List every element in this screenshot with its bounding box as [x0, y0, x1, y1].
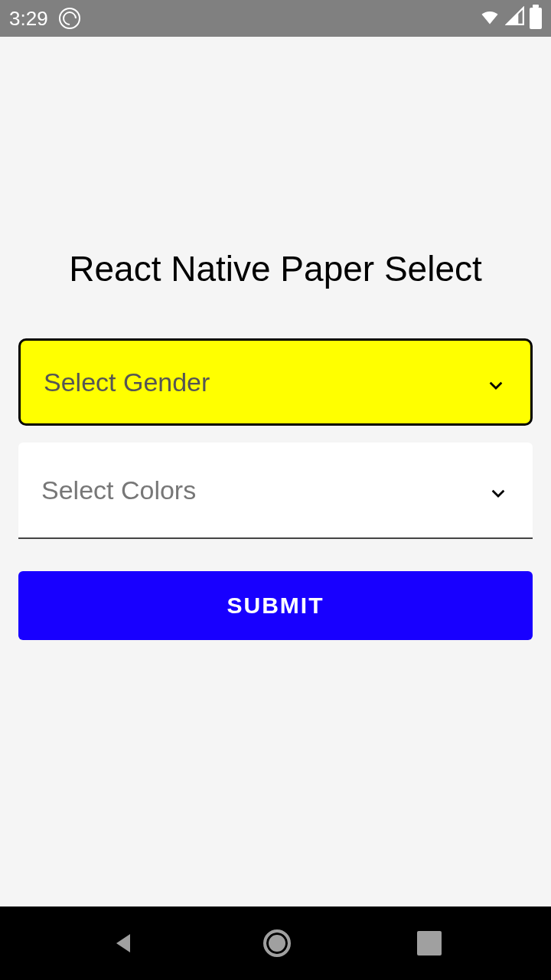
select-gender[interactable]: Select Gender — [18, 338, 533, 426]
nav-home-button[interactable] — [263, 929, 291, 957]
select-colors[interactable]: Select Colors — [18, 443, 533, 539]
chevron-down-icon — [490, 478, 507, 508]
submit-button-label: SUBMIT — [227, 593, 324, 619]
circle-icon — [263, 929, 291, 957]
nav-back-button[interactable] — [109, 929, 137, 957]
main-content: React Native Paper Select Select Gender … — [0, 9, 551, 879]
page-title: React Native Paper Select — [18, 248, 533, 289]
submit-button[interactable]: SUBMIT — [18, 571, 533, 640]
square-icon — [417, 931, 442, 956]
navigation-bar — [0, 906, 551, 980]
nav-recent-button[interactable] — [417, 931, 442, 956]
select-colors-placeholder: Select Colors — [41, 475, 196, 505]
select-gender-placeholder: Select Gender — [44, 368, 210, 397]
chevron-down-icon — [487, 370, 504, 400]
